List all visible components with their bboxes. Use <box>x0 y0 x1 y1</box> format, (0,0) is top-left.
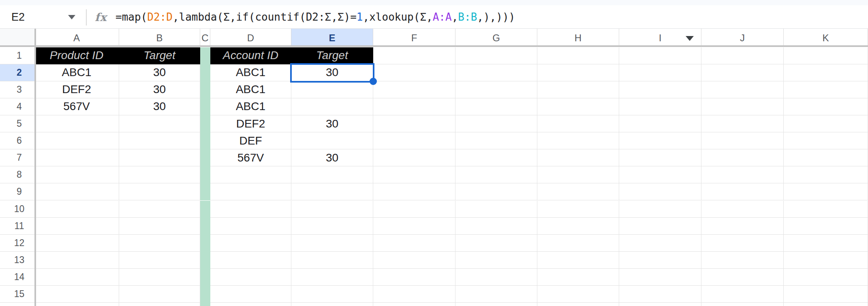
cell-B9[interactable] <box>119 183 200 200</box>
selection-box[interactable] <box>290 63 374 83</box>
cell-H1[interactable] <box>537 47 619 64</box>
cell-D1[interactable]: Account ID <box>210 47 291 64</box>
cell-A14[interactable] <box>34 269 119 286</box>
cell-E15[interactable] <box>291 286 373 303</box>
cell-H6[interactable] <box>537 132 619 149</box>
select-all-corner[interactable] <box>0 29 34 47</box>
row-header-11[interactable]: 11 <box>0 218 34 235</box>
cell-A16[interactable] <box>34 303 119 306</box>
row-header-13[interactable]: 13 <box>0 252 34 269</box>
cell-C4[interactable] <box>200 98 210 115</box>
cell-I7[interactable] <box>619 149 701 166</box>
cell-G4[interactable] <box>455 98 537 115</box>
cell-H10[interactable] <box>537 201 619 218</box>
row-header-9[interactable]: 9 <box>0 183 34 200</box>
cell-E12[interactable] <box>291 235 373 252</box>
column-header-J[interactable]: J <box>701 29 784 47</box>
cell-A9[interactable] <box>34 183 119 200</box>
cell-E6[interactable] <box>291 132 373 149</box>
cell-B14[interactable] <box>119 269 200 286</box>
cell-B10[interactable] <box>119 201 200 218</box>
cell-F4[interactable] <box>373 98 455 115</box>
column-dropdown-icon[interactable] <box>686 36 694 41</box>
column-header-E[interactable]: E <box>291 29 373 47</box>
cell-A11[interactable] <box>34 218 119 235</box>
cell-E16[interactable] <box>291 303 373 306</box>
cell-A7[interactable] <box>34 149 119 166</box>
cell-D9[interactable] <box>210 183 291 200</box>
cell-K12[interactable] <box>784 235 868 252</box>
cell-J4[interactable] <box>701 98 784 115</box>
fill-handle[interactable] <box>370 78 377 85</box>
cell-G15[interactable] <box>455 286 537 303</box>
cell-J1[interactable] <box>701 47 784 64</box>
row-header-6[interactable]: 6 <box>0 132 34 149</box>
cell-C1[interactable] <box>200 47 210 64</box>
cell-F13[interactable] <box>373 252 455 269</box>
cell-D13[interactable] <box>210 252 291 269</box>
row-header-8[interactable]: 8 <box>0 166 34 183</box>
cell-G7[interactable] <box>455 149 537 166</box>
cell-C3[interactable] <box>200 81 210 98</box>
cell-I15[interactable] <box>619 286 701 303</box>
cell-I2[interactable] <box>619 64 701 81</box>
column-header-K[interactable]: K <box>784 29 868 47</box>
cell-C16[interactable] <box>200 303 210 306</box>
cell-E1[interactable]: Target <box>291 47 373 64</box>
cell-G16[interactable] <box>455 303 537 306</box>
cell-K6[interactable] <box>784 132 868 149</box>
cell-C11[interactable] <box>200 218 210 235</box>
cell-K9[interactable] <box>784 183 868 200</box>
cell-I1[interactable] <box>619 47 701 64</box>
row-header-12[interactable]: 12 <box>0 235 34 252</box>
cell-C14[interactable] <box>200 269 210 286</box>
cell-A15[interactable] <box>34 286 119 303</box>
cell-I14[interactable] <box>619 269 701 286</box>
cell-K10[interactable] <box>784 201 868 218</box>
cell-E5[interactable]: 30 <box>291 115 373 132</box>
cell-H5[interactable] <box>537 115 619 132</box>
row-header-4[interactable]: 4 <box>0 98 34 115</box>
column-header-C[interactable]: C <box>200 29 210 47</box>
cell-A6[interactable] <box>34 132 119 149</box>
cell-F9[interactable] <box>373 183 455 200</box>
row-header-2[interactable]: 2 <box>0 64 34 81</box>
cell-E4[interactable] <box>291 98 373 115</box>
cell-K7[interactable] <box>784 149 868 166</box>
cell-G13[interactable] <box>455 252 537 269</box>
cell-I13[interactable] <box>619 252 701 269</box>
cell-H9[interactable] <box>537 183 619 200</box>
cell-H15[interactable] <box>537 286 619 303</box>
cell-E8[interactable] <box>291 166 373 183</box>
cell-A10[interactable] <box>34 201 119 218</box>
cell-J6[interactable] <box>701 132 784 149</box>
cell-D2[interactable]: ABC1 <box>210 64 291 81</box>
cell-G1[interactable] <box>455 47 537 64</box>
name-box[interactable]: E2 <box>0 5 86 28</box>
row-header-14[interactable]: 14 <box>0 269 34 286</box>
cell-D4[interactable]: ABC1 <box>210 98 291 115</box>
cell-J7[interactable] <box>701 149 784 166</box>
cell-I3[interactable] <box>619 81 701 98</box>
cell-D5[interactable]: DEF2 <box>210 115 291 132</box>
cell-D8[interactable] <box>210 166 291 183</box>
cell-A4[interactable]: 567V <box>34 98 119 115</box>
cell-K2[interactable] <box>784 64 868 81</box>
cell-H12[interactable] <box>537 235 619 252</box>
formula-input[interactable]: =map(D2:D,lambda(Σ,if(countif(D2:Σ,Σ)=1,… <box>115 5 515 28</box>
cell-A5[interactable] <box>34 115 119 132</box>
cell-B12[interactable] <box>119 235 200 252</box>
cell-K8[interactable] <box>784 166 868 183</box>
cell-J3[interactable] <box>701 81 784 98</box>
cell-B4[interactable]: 30 <box>119 98 200 115</box>
cell-B3[interactable]: 30 <box>119 81 200 98</box>
cell-F10[interactable] <box>373 201 455 218</box>
cell-B6[interactable] <box>119 132 200 149</box>
cell-H16[interactable] <box>537 303 619 306</box>
column-header-B[interactable]: B <box>119 29 200 47</box>
cell-G9[interactable] <box>455 183 537 200</box>
cell-C2[interactable] <box>200 64 210 81</box>
cell-D10[interactable] <box>210 201 291 218</box>
cell-A13[interactable] <box>34 252 119 269</box>
cell-H13[interactable] <box>537 252 619 269</box>
